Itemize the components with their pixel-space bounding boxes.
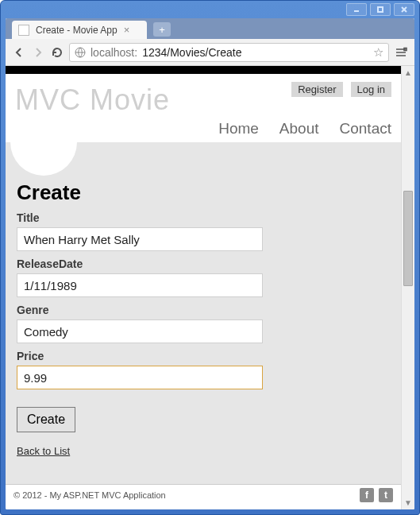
vertical-scrollbar[interactable]: ▲ ▼ (401, 66, 414, 509)
footer-text: © 2012 - My ASP.NET MVC Application (13, 490, 166, 500)
twitter-icon[interactable]: t (379, 488, 393, 502)
nav-about[interactable]: About (279, 120, 319, 137)
title-label: Title (17, 211, 390, 224)
scroll-thumb[interactable] (403, 191, 413, 286)
facebook-icon[interactable]: f (360, 488, 374, 502)
back-button[interactable] (12, 45, 26, 60)
browser-toolbar: localhost:1234/Movies/Create ☆ (6, 39, 414, 66)
main-nav: Home About Contact (15, 120, 391, 137)
nav-contact[interactable]: Contact (340, 120, 391, 137)
releasedate-label: ReleaseDate (17, 258, 390, 270)
scroll-track[interactable] (402, 79, 414, 496)
new-tab-button[interactable]: + (153, 22, 171, 37)
address-bar[interactable]: localhost:1234/Movies/Create ☆ (69, 43, 389, 62)
browser-tab-title: Create - Movie App (36, 25, 118, 36)
site-header: Register Log in MVC Movie Home About Con… (6, 74, 401, 142)
nav-home[interactable]: Home (218, 120, 259, 137)
page-viewport: Register Log in MVC Movie Home About Con… (6, 66, 414, 509)
address-host: localhost: (91, 46, 137, 59)
browser-frame: Create - Movie App × + localhost:1234/Mo… (6, 18, 414, 509)
window-frame: Create - Movie App × + localhost:1234/Mo… (0, 0, 420, 515)
price-label: Price (17, 350, 390, 362)
address-path: 1234/Movies/Create (142, 46, 241, 59)
browser-tabstrip: Create - Movie App × + (6, 18, 414, 39)
reload-button[interactable] (50, 45, 64, 60)
forward-button[interactable] (31, 45, 45, 60)
price-input[interactable] (17, 366, 263, 389)
browser-tab-active[interactable]: Create - Movie App × (12, 21, 147, 39)
scroll-down-arrow-icon[interactable]: ▼ (402, 496, 414, 509)
site-footer: © 2012 - My ASP.NET MVC Application f t (6, 484, 401, 505)
bookmark-star-icon[interactable]: ☆ (373, 45, 383, 60)
back-to-list-link[interactable]: Back to List (17, 445, 70, 457)
page-title: Create (17, 180, 390, 205)
social-icons: f t (360, 488, 393, 502)
globe-icon (75, 47, 86, 58)
browser-menu-button[interactable] (394, 45, 408, 60)
page-favicon-icon (18, 25, 29, 36)
genre-input[interactable] (17, 319, 263, 343)
auth-links: Register Log in (291, 82, 391, 97)
releasedate-input[interactable] (17, 273, 263, 297)
svg-rect-1 (378, 7, 383, 12)
page-content: Register Log in MVC Movie Home About Con… (6, 66, 401, 509)
top-accent-bar (6, 66, 401, 74)
tab-close-icon[interactable]: × (124, 25, 130, 35)
window-maximize-button[interactable] (370, 3, 391, 16)
login-link[interactable]: Log in (351, 82, 391, 97)
scroll-up-arrow-icon[interactable]: ▲ (402, 66, 414, 79)
window-titlebar (1, 1, 419, 18)
window-close-button[interactable] (394, 3, 414, 16)
register-link[interactable]: Register (291, 82, 342, 97)
genre-label: Genre (17, 304, 390, 316)
create-form: Create Title ReleaseDate Genre Price Cre… (6, 142, 401, 468)
content-area: Create Title ReleaseDate Genre Price Cre… (6, 142, 401, 484)
title-input[interactable] (17, 227, 263, 251)
create-button[interactable]: Create (17, 407, 75, 432)
window-minimize-button[interactable] (346, 3, 367, 16)
